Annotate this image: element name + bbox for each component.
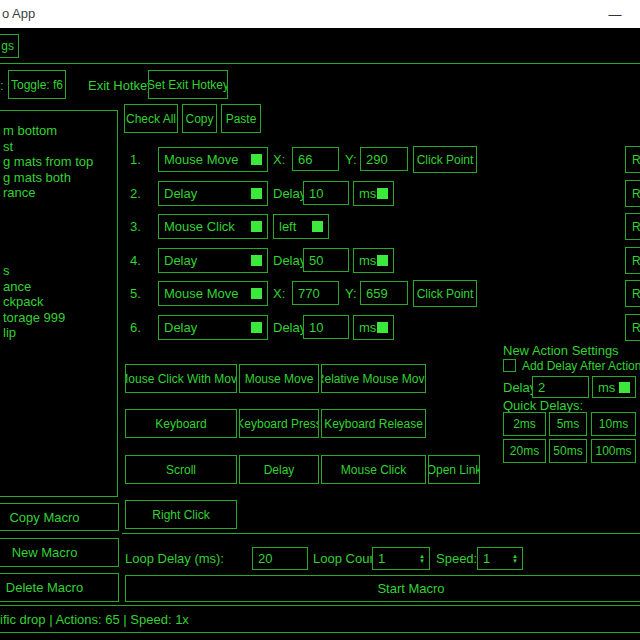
action-type-dropdown[interactable]: Mouse Click [158, 214, 268, 239]
quick-delay-20ms-button[interactable]: 20ms [503, 439, 546, 463]
delay-input[interactable]: 10 [303, 315, 349, 339]
new-action-settings-title: New Action Settings [503, 343, 619, 358]
quick-delay-50ms-button[interactable]: 50ms [549, 439, 587, 463]
loop-delay-input[interactable]: 20 [252, 547, 308, 570]
quick-delay-5ms-button[interactable]: 5ms [549, 412, 587, 436]
quick-delays-label: Quick Delays: [503, 398, 583, 413]
minimize-icon[interactable]: — [595, 2, 635, 26]
remove-button[interactable]: R [625, 213, 640, 240]
dropdown-indicator-icon [619, 382, 630, 393]
dropdown-indicator-icon [251, 154, 262, 165]
set-exit-hotkey-button[interactable]: Set Exit Hotkey [148, 70, 228, 99]
delay-unit-dropdown[interactable]: ms [353, 315, 394, 340]
x-label: X: [273, 152, 285, 167]
action-type-dropdown[interactable]: Mouse Move [158, 147, 268, 172]
dropdown-indicator-icon [377, 188, 388, 199]
action-list[interactable]: 1. Mouse Move X: 66 Y: 290 Click Point R… [0, 140, 640, 342]
action-row-number: 4. [130, 253, 141, 268]
add-mouse-move-button[interactable]: Mouse Move [239, 364, 319, 393]
hotkey-label-fragment: : [0, 78, 4, 93]
section-divider [122, 533, 640, 534]
dropdown-indicator-icon [377, 322, 388, 333]
action-type-dropdown[interactable]: Delay [158, 248, 268, 273]
dropdown-indicator-icon [251, 221, 262, 232]
add-keyboard-release-button[interactable]: Keyboard Release [321, 409, 426, 438]
action-type-value: Mouse Click [164, 219, 235, 234]
remove-button[interactable]: R [625, 180, 640, 207]
window-titlebar: o App — [0, 0, 640, 28]
add-delay-after-action-checkbox[interactable] [503, 359, 516, 372]
click-point-button[interactable]: Click Point [413, 146, 477, 173]
dropdown-indicator-icon [251, 255, 262, 266]
mouse-button-dropdown[interactable]: left [273, 214, 329, 239]
new-macro-button[interactable]: New Macro [0, 538, 119, 567]
delay-input[interactable]: 50 [303, 248, 349, 272]
dropdown-indicator-icon [251, 322, 262, 333]
action-type-value: Delay [164, 253, 197, 268]
click-point-button[interactable]: Click Point [413, 280, 477, 307]
loop-count-stepper[interactable]: 1 ▲▼ [372, 547, 430, 570]
x-input[interactable]: 66 [292, 147, 339, 171]
y-input[interactable]: 290 [360, 147, 408, 171]
add-right-click-button[interactable]: Right Click [125, 500, 237, 529]
dropdown-indicator-icon [377, 255, 388, 266]
speed-label: Speed: [436, 551, 477, 566]
action-type-dropdown[interactable]: Mouse Move [158, 281, 268, 306]
x-input[interactable]: 770 [292, 281, 339, 305]
menu-divider [0, 63, 640, 64]
action-row-number: 3. [130, 219, 141, 234]
remove-button[interactable]: R [625, 280, 640, 307]
action-type-value: Delay [164, 320, 197, 335]
speed-value: 1 [483, 551, 490, 566]
add-relative-mouse-move-button[interactable]: Relative Mouse Move [321, 364, 426, 393]
status-bar: ific drop | Actions: 65 | Speed: 1x [0, 605, 640, 633]
paste-button[interactable]: Paste [221, 104, 261, 133]
add-mouse-click-button[interactable]: Mouse Click [321, 455, 426, 484]
new-action-unit-dropdown[interactable]: ms [592, 376, 636, 398]
new-action-delay-input[interactable]: 2 [532, 376, 589, 398]
copy-macro-button[interactable]: Copy Macro [0, 503, 119, 531]
y-label: Y: [345, 152, 357, 167]
action-type-value: Mouse Move [164, 152, 238, 167]
remove-button[interactable]: R [625, 146, 640, 173]
loop-count-value: 1 [378, 551, 385, 566]
delay-input[interactable]: 10 [303, 181, 349, 205]
add-open-link-button[interactable]: Open Link [428, 455, 480, 484]
toggle-hotkey-button[interactable]: Toggle: f6 [8, 70, 66, 99]
delete-macro-button[interactable]: Delete Macro [0, 573, 119, 602]
delay-unit-value: ms [359, 253, 376, 268]
copy-button[interactable]: Copy [182, 104, 217, 133]
check-all-button[interactable]: Check All [124, 104, 178, 133]
status-text: ific drop | Actions: 65 | Speed: 1x [0, 612, 189, 627]
spinner-arrows-icon[interactable]: ▲▼ [512, 554, 520, 564]
menu-settings-button[interactable]: gs [0, 34, 19, 58]
speed-stepper[interactable]: 1 ▲▼ [477, 547, 523, 570]
list-item[interactable]: m bottom [3, 123, 57, 138]
action-row-number: 5. [130, 286, 141, 301]
quick-delay-10ms-button[interactable]: 10ms [591, 412, 636, 436]
dropdown-indicator-icon [312, 221, 323, 232]
add-delay-button[interactable]: Delay [239, 455, 319, 484]
remove-button[interactable]: R [625, 247, 640, 274]
quick-delay-100ms-button[interactable]: 100ms [591, 439, 636, 463]
macro-app-window: { "window": { "title_fragment": "o App",… [0, 0, 640, 640]
delay-unit-value: ms [359, 186, 376, 201]
start-macro-button[interactable]: Start Macro [125, 575, 640, 602]
exit-hotkey-label: Exit Hotkey: [88, 78, 157, 93]
add-delay-after-action-label: Add Delay After Action [522, 359, 640, 373]
loop-delay-label: Loop Delay (ms): [125, 551, 224, 566]
remove-button[interactable]: R [625, 314, 640, 341]
delay-unit-value: ms [359, 320, 376, 335]
add-mouse-click-with-move-button[interactable]: Mouse Click With Move [125, 364, 237, 393]
spinner-arrows-icon[interactable]: ▲▼ [419, 554, 427, 564]
add-keyboard-press-button[interactable]: Keyboard Press [239, 409, 319, 438]
delay-unit-dropdown[interactable]: ms [353, 181, 394, 206]
dropdown-indicator-icon [251, 188, 262, 199]
action-type-dropdown[interactable]: Delay [158, 181, 268, 206]
delay-unit-dropdown[interactable]: ms [353, 248, 394, 273]
quick-delay-2ms-button[interactable]: 2ms [503, 412, 546, 436]
add-scroll-button[interactable]: Scroll [125, 455, 237, 484]
add-keyboard-button[interactable]: Keyboard [125, 409, 237, 438]
y-input[interactable]: 659 [360, 281, 408, 305]
action-type-dropdown[interactable]: Delay [158, 315, 268, 340]
